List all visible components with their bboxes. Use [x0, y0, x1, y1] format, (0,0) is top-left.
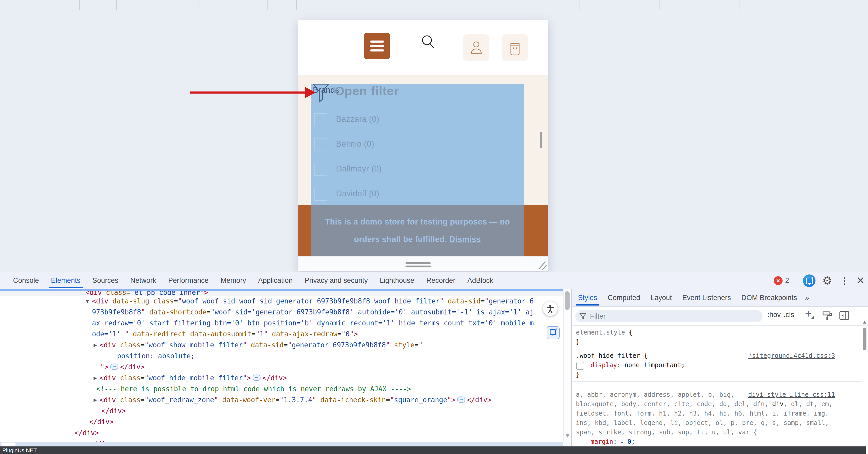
background-grid-tick — [296, 0, 297, 10]
scrollbar-up-arrow[interactable]: ▲ — [862, 319, 867, 325]
collapsed-children-ellipsis[interactable]: ⋯ — [110, 364, 118, 370]
settings-gear-icon[interactable]: ⚙ — [822, 275, 832, 286]
devtools-tab-sources[interactable]: Sources — [87, 272, 124, 289]
corner-resize-handle[interactable] — [538, 261, 547, 271]
styles-tab-dom-breakpoints[interactable]: DOM Breakpoints — [736, 289, 802, 306]
toggle-pseudo-classes-button[interactable]: :hov — [767, 311, 781, 319]
close-devtools-icon[interactable]: × — [857, 274, 864, 287]
expand-arrow-icon[interactable]: ▶ — [94, 339, 97, 351]
accessibility-overlay-icon[interactable] — [543, 301, 558, 316]
more-tabs-chevron-icon[interactable]: » — [802, 293, 812, 302]
styles-filter-input[interactable] — [589, 312, 747, 321]
dom-tree-row[interactable]: ax_redraw='0' start_filtering_btn='0' bt… — [0, 317, 563, 329]
devtools-tab-elements[interactable]: Elements — [45, 272, 87, 289]
mobile-viewport: Brands Open filter Bazzara (0)Belmio (0)… — [299, 20, 548, 271]
css-rule-reset-selectors[interactable]: divi-style-…line-css:11 a, abbr, acronym… — [572, 382, 861, 454]
more-options-icon[interactable]: ⋮ — [839, 276, 850, 285]
brand-filter-row: Davidoff (0) — [311, 188, 524, 201]
dom-tree-row[interactable]: ▶<div class="woof_redraw_zone" data-woof… — [0, 394, 563, 405]
dom-tree-row[interactable]: 973b9fe9b8f8" data-shortcode="woof sid='… — [0, 307, 563, 317]
styles-filter-field[interactable] — [576, 310, 763, 322]
code-token: > — [354, 330, 358, 338]
code-token: " — [243, 374, 247, 382]
css-rule-element-style[interactable]: element.style { } — [572, 326, 861, 349]
devtools-tab-network[interactable]: Network — [124, 272, 162, 289]
css-declaration-display[interactable]: display: none !important; — [576, 360, 835, 370]
brand-label[interactable]: Belmio (0) — [336, 139, 374, 149]
stylesheet-source-link[interactable]: *siteground…4c41d.css:3 — [748, 351, 835, 360]
dom-tree-row[interactable]: <div class="et_pb_code_inner"> — [0, 291, 563, 296]
styles-tab-styles[interactable]: Styles — [573, 289, 602, 306]
brand-label[interactable]: Dallmayr (0) — [336, 164, 382, 174]
open-filter-button[interactable]: Open filter — [335, 84, 399, 98]
dom-tree-row[interactable]: <!--- here is possible to drop html code… — [0, 384, 563, 394]
dom-tree-row[interactable]: ▼<div data-slug class="woof woof_sid woo… — [0, 296, 563, 307]
toggle-sidebar-icon[interactable] — [839, 310, 850, 322]
search-button[interactable] — [421, 34, 435, 50]
toggle-element-classes-button[interactable]: .cls — [784, 311, 794, 319]
devtools-tab-memory[interactable]: Memory — [215, 272, 252, 289]
stylesheet-source-link[interactable]: divi-style-…line-css:11 — [748, 390, 835, 399]
ai-assistance-button[interactable]: ✦ — [803, 274, 815, 287]
css-rule-woof-hide-filter[interactable]: *siteground…4c41d.css:3 .woof_hide_filte… — [572, 349, 861, 382]
new-style-rule-button[interactable]: + — [805, 308, 812, 320]
devtools-tab-privacy-and-security[interactable]: Privacy and security — [299, 272, 374, 289]
dom-tree-row[interactable]: </div> — [0, 427, 563, 438]
brand-checkbox[interactable] — [314, 113, 327, 126]
code-token: " — [211, 308, 215, 316]
dom-tree-row[interactable]: ">⋯</div> — [0, 361, 563, 372]
devtools-tab-application[interactable]: Application — [252, 272, 299, 289]
notice-line2: orders shall be fulfilled. — [354, 235, 447, 244]
code-token: " — [255, 330, 260, 338]
elements-vertical-scrollbar[interactable]: ▼ — [563, 289, 571, 454]
code-token: 1 — [260, 330, 264, 338]
expand-arrow-icon[interactable]: ▶ — [94, 372, 97, 384]
devtools-tab-recorder[interactable]: Recorder — [421, 272, 461, 289]
styles-vertical-scrollbar[interactable]: ▲ — [861, 319, 868, 454]
dom-tree-row[interactable]: </div> — [0, 416, 563, 427]
menu-button[interactable] — [364, 33, 391, 59]
devtools-tab-console[interactable]: Console — [7, 272, 45, 289]
console-errors-button[interactable]: × 2 — [774, 276, 789, 285]
dismiss-link[interactable]: Dismiss — [449, 235, 481, 244]
expand-arrow-icon[interactable]: ▼ — [86, 296, 89, 307]
ai-insight-overlay-icon[interactable]: ✦ — [547, 326, 560, 339]
rendering-emulation-icon[interactable] — [822, 310, 833, 322]
styles-tab-event-listeners[interactable]: Event Listeners — [677, 289, 736, 306]
cart-button[interactable] — [502, 34, 528, 61]
viewport-side-resize-handle[interactable] — [540, 132, 542, 148]
css-declaration-margin[interactable]: margin: ▸ 0; — [576, 437, 835, 447]
dom-tree-row[interactable]: </div> — [0, 438, 563, 442]
devtools-tab-performance[interactable]: Performance — [162, 272, 215, 289]
devtools-tab-lighthouse[interactable]: Lighthouse — [374, 272, 421, 289]
viewport-resize-handle[interactable] — [405, 262, 431, 268]
dom-tree-row[interactable]: ode='1' " data-redirect data-autosubmit=… — [0, 329, 563, 339]
brand-label[interactable]: Bazzara (0) — [336, 115, 379, 124]
elements-horizontal-scrollbar[interactable] — [0, 442, 563, 446]
scrollbar-thumb[interactable] — [863, 328, 866, 350]
styles-tab-computed[interactable]: Computed — [602, 289, 646, 306]
dom-tree-row[interactable]: position: absolute; — [0, 351, 563, 361]
dom-tree-row[interactable]: ▶<div class="woof_show_mobile_filter" da… — [0, 339, 563, 351]
brand-label[interactable]: Davidoff (0) — [336, 189, 379, 199]
collapsed-children-ellipsis[interactable]: ⋯ — [457, 396, 465, 403]
expand-shorthand-icon[interactable]: ▸ — [621, 439, 624, 445]
brand-checkbox[interactable] — [314, 138, 327, 151]
expand-arrow-icon[interactable]: ▶ — [94, 394, 97, 405]
collapsed-children-ellipsis[interactable]: ⋯ — [253, 374, 260, 381]
scrollbar-down-arrow[interactable]: ▼ — [565, 432, 570, 439]
notice-text: This is a demo store for testing purpose… — [311, 205, 524, 256]
code-token: " — [312, 396, 316, 404]
dom-tree-row[interactable]: </div> — [0, 405, 563, 416]
declaration-checkbox[interactable] — [577, 362, 584, 370]
account-button[interactable] — [463, 34, 489, 61]
brand-checkbox[interactable] — [314, 188, 327, 201]
dom-tree-row[interactable]: ▶<div class="woof_hide_mobile_filter">⋯<… — [0, 372, 563, 384]
brand-checkbox[interactable] — [314, 163, 327, 176]
styles-tab-layout[interactable]: Layout — [645, 289, 677, 306]
devtools-tab-adblock[interactable]: AdBlock — [461, 272, 499, 289]
scrollbar-thumb[interactable] — [565, 291, 569, 310]
scrollbar-thumb[interactable] — [1, 443, 16, 446]
background-grid-tick — [739, 0, 739, 10]
scrollbar-corner — [563, 442, 571, 446]
